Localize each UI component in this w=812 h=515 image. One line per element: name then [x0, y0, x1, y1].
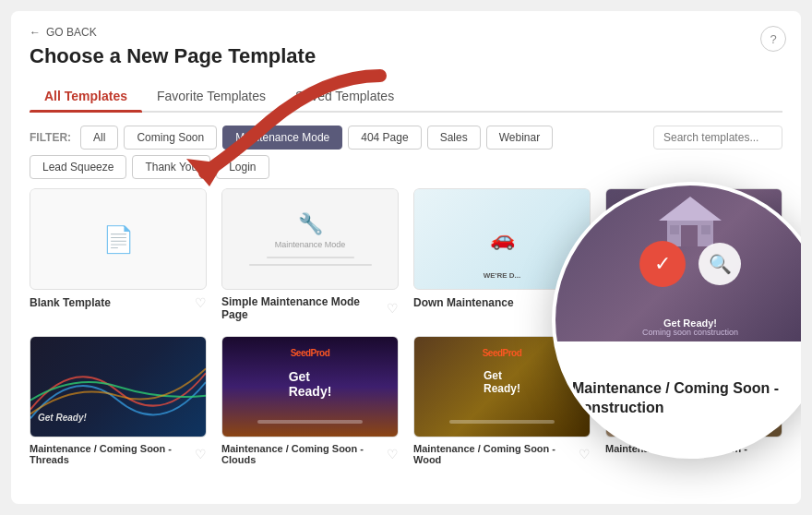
go-back-arrow-icon: ← [30, 26, 41, 39]
main-container: ? ← GO BACK Choose a New Page Template A… [11, 11, 801, 504]
template-simple-maintenance[interactable]: 🔧 Maintenance Mode Simple Maintenance Mo… [221, 188, 399, 321]
svg-rect-7 [670, 225, 679, 234]
spotlight-thumb: ⚙ ✓ 🔍 Get Ready! Coming soon constructio… [555, 186, 801, 341]
spotlight-preview-button[interactable]: 🔍 [699, 243, 741, 285]
template-name-row-wood: Maintenance / Coming Soon - Wood ♡ [413, 443, 591, 465]
template-thumb-blank: 📄 [30, 188, 207, 290]
template-thumb-simple-maintenance: 🔧 Maintenance Mode [221, 188, 399, 290]
template-name-row-blank: Blank Template ♡ [30, 295, 207, 310]
filter-404-page[interactable]: 404 Page [348, 126, 421, 150]
spotlight-select-button[interactable]: ✓ [639, 241, 686, 287]
filter-sales[interactable]: Sales [427, 126, 481, 150]
template-name-wood: Maintenance / Coming Soon - Wood [413, 443, 579, 465]
help-button[interactable]: ? [760, 26, 786, 52]
template-name-blank: Blank Template [30, 296, 111, 309]
template-name-simple-maintenance: Simple Maintenance Mode Page [221, 295, 387, 321]
template-name-clouds: Maintenance / Coming Soon - Clouds [221, 443, 387, 465]
tab-saved-templates[interactable]: Saved Templates [281, 81, 409, 111]
filter-row: FILTER: All Coming Soon Maintenance Mode… [30, 126, 782, 150]
search-input[interactable] [653, 126, 782, 150]
threads-get-ready-text: Get Ready! [38, 413, 87, 423]
maintenance-mode-text: Maintenance Mode [275, 240, 346, 249]
filter-label: FILTER: [30, 131, 71, 144]
spotlight-title: Maintenance / Coming Soon - Construction [572, 379, 801, 418]
filter-lead-squeeze[interactable]: Lead Squeeze [30, 155, 126, 179]
spotlight-actions: ✓ 🔍 [639, 241, 741, 287]
template-name-row-threads: Maintenance / Coming Soon - Threads ♡ [30, 443, 207, 465]
favorite-icon-wood[interactable]: ♡ [579, 447, 591, 461]
wood-get-ready-text: GetReady! [484, 369, 520, 395]
tools-icon: 🔧 [298, 212, 323, 236]
spotlight-gear-icon: ⚙ [776, 199, 797, 228]
wood-seedprod-logo: SeedProd [483, 348, 522, 358]
svg-marker-4 [659, 197, 722, 221]
template-name-row-clouds: Maintenance / Coming Soon - Clouds ♡ [221, 443, 399, 465]
filter-thank-you[interactable]: Thank You [132, 155, 210, 179]
spotlight-content: ⚙ ✓ 🔍 Get Ready! Coming soon constructio… [555, 186, 801, 455]
filter-all[interactable]: All [80, 126, 118, 150]
page-title: Choose a New Page Template [30, 44, 782, 68]
go-back-label: GO BACK [46, 26, 97, 39]
template-name-down-maintenance: Down Maintenance [413, 296, 514, 309]
tab-favorite-templates[interactable]: Favorite Templates [142, 81, 281, 111]
template-name-row-simple-maintenance: Simple Maintenance Mode Page ♡ [221, 295, 399, 321]
help-icon: ? [770, 32, 776, 46]
clouds-get-ready-text: GetReady! [289, 369, 332, 399]
template-threads[interactable]: Get Ready! Maintenance / Coming Soon - T… [30, 336, 207, 465]
template-clouds[interactable]: SeedProd GetReady! Maintenance / Coming … [221, 336, 399, 465]
go-back-link[interactable]: ← GO BACK [30, 26, 782, 39]
search-bar [653, 126, 782, 150]
template-blank[interactable]: 📄 Blank Template ♡ [30, 188, 207, 321]
car-icon: 🚗 [490, 227, 515, 251]
filter-row-2: Lead Squeeze Thank You Login [30, 155, 782, 179]
favorite-icon-clouds[interactable]: ♡ [387, 447, 399, 461]
spotlight-subtitle: Coming soon construction [642, 328, 738, 337]
template-thumb-clouds: SeedProd GetReady! [221, 336, 399, 437]
filter-login[interactable]: Login [216, 155, 269, 179]
filter-webinar[interactable]: Webinar [486, 126, 553, 150]
template-thumb-threads: Get Ready! [30, 336, 207, 437]
favorite-icon-simple-maintenance[interactable]: ♡ [387, 301, 399, 316]
filter-maintenance-mode[interactable]: Maintenance Mode [222, 126, 342, 150]
file-icon: 📄 [102, 224, 135, 255]
filter-coming-soon[interactable]: Coming Soon [124, 126, 217, 150]
template-name-threads: Maintenance / Coming Soon - Threads [30, 443, 195, 465]
tab-all-templates[interactable]: All Templates [30, 81, 142, 111]
tabs-bar: All Templates Favorite Templates Saved T… [30, 81, 782, 113]
favorite-icon-threads[interactable]: ♡ [195, 447, 207, 461]
svg-rect-8 [701, 225, 710, 234]
favorite-icon-blank[interactable]: ♡ [195, 295, 207, 310]
clouds-seedprod-logo: SeedProd [291, 348, 330, 358]
